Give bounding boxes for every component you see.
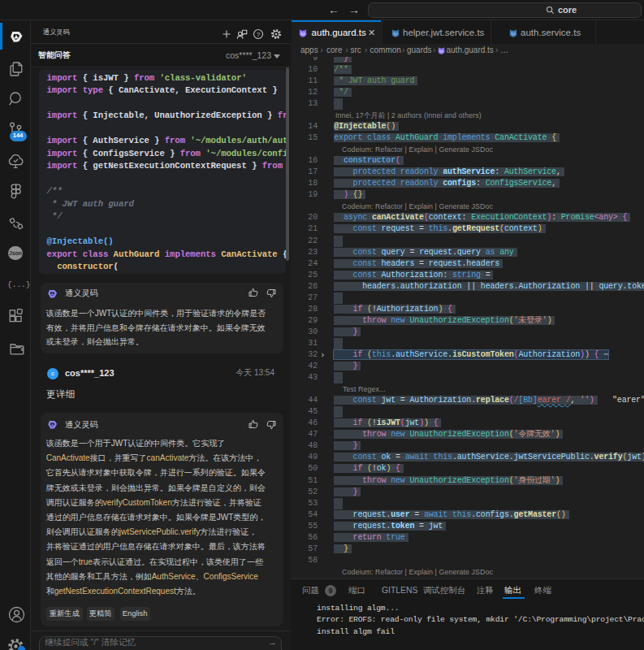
svg-text:?: ? — [256, 30, 259, 37]
